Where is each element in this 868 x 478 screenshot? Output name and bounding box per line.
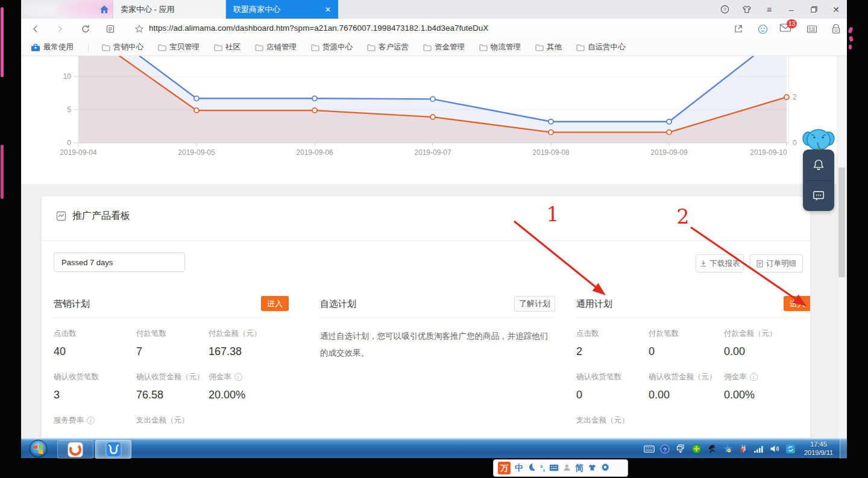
touch-keyboard-icon[interactable] <box>644 444 655 454</box>
ime-simplified-toggle[interactable]: 简 <box>575 463 583 474</box>
ime-brand-icon[interactable]: 万 <box>498 462 511 474</box>
show-desktop-button[interactable] <box>840 439 847 459</box>
learn-plan-button[interactable]: 了解计划 <box>514 296 555 312</box>
taskbar-clock[interactable]: 17:45 2019/9/11 <box>799 440 838 457</box>
folder-icon <box>102 44 110 51</box>
forward-icon[interactable] <box>54 23 66 35</box>
metric-cell: 确认收货金额（元）76.58 <box>136 372 209 401</box>
back-icon[interactable] <box>30 23 42 35</box>
scrollbar-thumb[interactable] <box>838 168 845 277</box>
tab-seller-center[interactable]: 卖家中心 - 应用 <box>113 0 226 19</box>
url-field[interactable]: https://ad.alimama.com/dashboard.htm?spm… <box>149 24 488 33</box>
ime-fullhalf-moon-icon[interactable] <box>527 463 536 474</box>
skin-icon[interactable] <box>742 5 752 14</box>
home-icon[interactable] <box>98 4 112 16</box>
svg-text:10: 10 <box>63 72 72 81</box>
taskbar-app-qianniu[interactable] <box>95 440 131 459</box>
metric-value: 3 <box>54 389 136 401</box>
bookmark-item-3[interactable]: 社区 <box>214 42 241 52</box>
traffic-trend-chart: 0510202019-09-042019-09-052019-09-062019… <box>21 56 837 184</box>
ime-punctuation-toggle[interactable]: °, <box>540 464 545 473</box>
folder-icon <box>367 44 376 51</box>
close-icon[interactable]: ✕ <box>831 5 841 14</box>
divider <box>88 43 89 52</box>
bookmark-item-6[interactable]: 客户运营 <box>367 42 409 52</box>
card-title-row: 推广产品看板 <box>56 210 130 222</box>
mail-icon[interactable]: 13 <box>779 23 793 35</box>
metric-label: 支出金额（元） <box>576 415 629 426</box>
tab-alliance-center[interactable]: 联盟商家中心 ✕ <box>226 0 338 19</box>
antivirus-tray-icon[interactable] <box>691 444 702 454</box>
tab-close-icon[interactable]: ✕ <box>325 5 331 14</box>
taskbar-app-wangwang[interactable] <box>57 440 93 459</box>
satellite-tray-icon[interactable] <box>706 444 717 454</box>
info-icon[interactable]: i <box>234 373 242 381</box>
card-icon[interactable] <box>806 23 818 35</box>
volume-icon[interactable] <box>769 444 780 454</box>
metric-value: 0 <box>576 389 649 401</box>
info-icon[interactable]: i <box>750 373 758 381</box>
help-icon[interactable]: ? <box>720 5 729 14</box>
info-icon[interactable]: i <box>87 417 95 424</box>
bottom-letterbox <box>0 458 868 478</box>
notification-bell-button[interactable] <box>803 149 834 180</box>
bookmark-most-used[interactable]: 最常使用 <box>31 42 74 52</box>
bookmark-item-5[interactable]: 货源中心 <box>311 42 353 52</box>
right-letterbox <box>847 0 868 478</box>
order-detail-button[interactable]: 订单明细 <box>750 254 803 272</box>
ime-user-icon[interactable] <box>563 463 571 474</box>
ime-toolbar: 万 中 °, 简 <box>493 459 628 477</box>
bag-icon[interactable] <box>830 23 842 35</box>
wangwang-tray-icon[interactable] <box>722 444 733 454</box>
bookmark-item-4[interactable]: 店铺管理 <box>255 42 297 52</box>
restore-icon[interactable] <box>809 5 819 14</box>
account-clock-icon[interactable] <box>756 23 769 35</box>
download-report-button[interactable]: 下载报表 <box>696 254 744 272</box>
ime-language-toggle[interactable]: 中 <box>515 463 523 474</box>
metric-cell: 服务费率i <box>54 415 136 432</box>
enter-button[interactable]: 进入 <box>784 296 811 311</box>
svg-text:?: ? <box>663 445 666 452</box>
bookmark-item-7[interactable]: 资金管理 <box>423 42 465 52</box>
bookmark-label: 社区 <box>225 42 241 52</box>
power-plug-tray-icon[interactable] <box>738 444 749 454</box>
system-tray: ? <box>644 439 796 459</box>
favorite-star-icon[interactable] <box>133 23 145 35</box>
ime-softkeyboard-icon[interactable] <box>549 463 559 474</box>
vertical-scrollbar[interactable] <box>838 56 846 438</box>
sync-tray-icon[interactable] <box>785 444 796 454</box>
metric-label: 确认收货金额（元） <box>649 372 717 382</box>
metric-value: 76.58 <box>136 389 209 401</box>
bookmark-item-10[interactable]: 自运营中心 <box>576 42 626 52</box>
start-button[interactable] <box>28 439 48 461</box>
menu-icon[interactable]: ≡ <box>764 5 774 14</box>
refresh-icon[interactable] <box>80 23 92 35</box>
plan-title: 自选计划 <box>320 298 356 309</box>
network-signal-icon[interactable] <box>753 444 764 454</box>
metric-label: 支出金额（元） <box>136 415 189 426</box>
date: 2019/9/11 <box>799 448 838 457</box>
ime-settings-gear-icon[interactable] <box>601 463 609 474</box>
enter-button[interactable]: 进入 <box>261 296 289 311</box>
external-link-icon[interactable] <box>732 23 744 35</box>
plan-card-2: 自选计划了解计划通过自选计划，您可以吸引优质淘客推广您的商品，并追踪他们的成交效… <box>320 296 555 362</box>
bookmark-item-1[interactable]: 营销中心 <box>102 42 143 52</box>
promotion-dashboard-card: 推广产品看板 Passed 7 days 下载报表 订单明细 营销计划进入点击数… <box>41 196 811 438</box>
bookmark-item-8[interactable]: 物流管理 <box>479 42 521 52</box>
metric-value: 7 <box>136 345 209 358</box>
ime-skin-icon[interactable] <box>588 463 597 474</box>
date-range-select[interactable]: Passed 7 days <box>54 253 185 272</box>
reading-mode-icon[interactable] <box>104 23 116 35</box>
metric-cell: 付款笔数0 <box>649 329 724 358</box>
svg-text:2019-09-10: 2019-09-10 <box>750 148 787 157</box>
metric-cell: 付款金额（元）167.38 <box>209 329 289 358</box>
svg-text:0: 0 <box>67 139 71 147</box>
minimize-icon[interactable]: – <box>787 5 796 14</box>
help-tray-icon[interactable]: ? <box>659 444 670 454</box>
metric-label: 服务费率 <box>54 415 84 426</box>
feedback-message-button[interactable] <box>803 181 834 211</box>
language-bar-icon[interactable] <box>675 444 686 454</box>
bookmark-item-9[interactable]: 其他 <box>535 42 562 52</box>
metric-label: 点击数 <box>54 329 77 339</box>
bookmark-item-2[interactable]: 宝贝管理 <box>158 42 200 52</box>
